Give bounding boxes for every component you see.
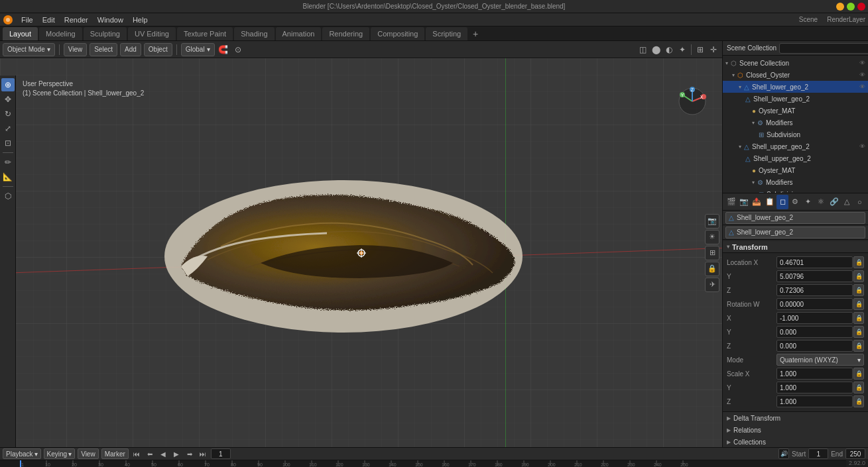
jump-start-btn[interactable]: ⏮ xyxy=(131,448,142,459)
prop-tab-modifier[interactable]: ⚙ xyxy=(790,195,801,209)
collections-header[interactable]: ▶ Collections xyxy=(723,436,868,447)
camera-icon[interactable]: 📷 xyxy=(705,214,719,229)
start-frame-input[interactable]: 1 xyxy=(808,448,828,459)
keying-menu[interactable]: Keying ▾ xyxy=(44,448,76,459)
outline-oyster-mat-1[interactable]: ● Oyster_MAT xyxy=(723,105,868,117)
measure-tool[interactable]: 📐 xyxy=(1,170,15,183)
prop-tab-physics[interactable]: ⚛ xyxy=(816,195,827,209)
tab-modeling[interactable]: Modeling xyxy=(39,27,82,40)
tab-animation[interactable]: Animation xyxy=(276,27,322,40)
prop-tab-render[interactable]: 📷 xyxy=(738,195,749,209)
prop-tab-constraints[interactable]: 🔗 xyxy=(828,195,839,209)
end-frame-input[interactable]: 250 xyxy=(845,448,865,459)
menu-file[interactable]: File xyxy=(17,13,37,26)
prop-tab-data[interactable]: △ xyxy=(841,195,852,209)
transform-header[interactable]: ▾ Transform xyxy=(723,241,868,253)
step-forward-btn[interactable]: ➡ xyxy=(184,448,195,459)
outline-subdivision-1[interactable]: ⊞ Subdivision xyxy=(723,129,868,140)
prop-tab-output[interactable]: 📤 xyxy=(751,195,763,209)
tab-scripting[interactable]: Scripting xyxy=(426,27,467,40)
add-primitive-tool[interactable]: ⬡ xyxy=(1,189,15,203)
tab-uv-editing[interactable]: UV Editing xyxy=(128,27,176,40)
add-menu[interactable]: Add xyxy=(120,43,141,56)
location-x-value[interactable]: 0.46701 xyxy=(776,256,853,268)
cursor-tool[interactable]: ⊕ xyxy=(1,78,15,91)
prop-tab-viewlayer[interactable]: 📋 xyxy=(764,195,775,209)
annotate-tool[interactable]: ✏ xyxy=(1,156,15,169)
grid-icon[interactable]: ⊞ xyxy=(705,246,719,260)
scale-tool[interactable]: ⤢ xyxy=(1,122,15,135)
snap-icon[interactable]: 🧲 xyxy=(217,44,229,56)
object-mode-dropdown[interactable]: Object Mode ▾ xyxy=(3,43,55,56)
rotation-x-value[interactable]: -1.000 xyxy=(776,312,853,324)
prop-tab-scene[interactable]: 🎬 xyxy=(725,195,737,209)
rendered-shading-btn[interactable]: ✦ xyxy=(676,44,688,56)
rotation-w-lock[interactable]: 🔒 xyxy=(853,298,864,310)
select-menu[interactable]: Select xyxy=(90,43,117,56)
rotate-tool[interactable]: ↻ xyxy=(1,107,15,121)
outline-modifiers-1[interactable]: ▾ ⚙ Modifiers xyxy=(723,117,868,129)
object-selector-btn[interactable]: △ Shell_lower_geo_2 xyxy=(725,212,865,224)
outline-oyster-mat-2[interactable]: ● Oyster_MAT xyxy=(723,164,868,176)
maximize-button[interactable] xyxy=(847,3,855,11)
outline-modifiers-2[interactable]: ▾ ⚙ Modifiers xyxy=(723,176,868,188)
rotation-x-lock[interactable]: 🔒 xyxy=(853,312,864,324)
scale-z-value[interactable]: 1.000 xyxy=(776,395,853,407)
proportional-icon[interactable]: ⊙ xyxy=(232,44,244,56)
add-workspace-button[interactable]: + xyxy=(469,27,482,40)
playback-menu[interactable]: Playback ▾ xyxy=(3,448,41,459)
outline-closed-oyster[interactable]: ▾ ⬡ Closed_Oyster 👁 xyxy=(723,69,868,81)
close-button[interactable] xyxy=(857,3,865,11)
tab-compositing[interactable]: Compositing xyxy=(371,27,424,40)
view-menu[interactable]: View xyxy=(64,43,88,56)
menu-window[interactable]: Window xyxy=(93,13,127,26)
move-tool[interactable]: ✥ xyxy=(1,93,15,106)
location-y-lock[interactable]: 🔒 xyxy=(853,270,864,282)
gizmo-toggle[interactable]: ✛ xyxy=(708,44,719,56)
view-menu-tl[interactable]: View xyxy=(78,448,99,459)
rotation-z-lock[interactable]: 🔒 xyxy=(853,340,864,352)
prop-tab-material[interactable]: ○ xyxy=(854,195,865,209)
tab-texture-paint[interactable]: Texture Paint xyxy=(177,27,233,40)
viewport-scene[interactable]: ⊕ ✥ ↻ ⤢ ⊡ ✏ 📐 ⬡ User Perspective (1) Sce… xyxy=(0,58,722,447)
overlay-toggle[interactable]: ⊞ xyxy=(694,44,706,56)
tab-rendering[interactable]: Rendering xyxy=(322,27,369,40)
outline-shell-lower-mesh[interactable]: △ Shell_lower_geo_2 xyxy=(723,93,868,105)
location-z-value[interactable]: 0.72306 xyxy=(776,284,853,296)
scale-x-value[interactable]: 1.000 xyxy=(776,368,853,380)
outliner-search-input[interactable] xyxy=(779,43,868,54)
play-btn[interactable]: ▶ xyxy=(171,448,182,459)
rotation-z-value[interactable]: 0.000 xyxy=(776,340,853,352)
viewport-lock-icon[interactable]: 🔒 xyxy=(705,262,719,276)
rotation-y-lock[interactable]: 🔒 xyxy=(853,326,864,338)
outline-subdivision-2[interactable]: ⊞ Subdivision xyxy=(723,188,868,193)
menu-help[interactable]: Help xyxy=(129,13,152,26)
play-reverse-btn[interactable]: ◀ xyxy=(158,448,168,459)
tab-sculpting[interactable]: Sculpting xyxy=(84,27,127,40)
sun-icon[interactable]: ☀ xyxy=(705,230,719,244)
rotation-w-value[interactable]: 0.00000 xyxy=(776,298,853,310)
audio-mute-btn[interactable]: 🔊 xyxy=(778,448,789,459)
wireframe-shading-btn[interactable]: ◫ xyxy=(637,44,649,56)
rotation-y-value[interactable]: 0.000 xyxy=(776,326,853,338)
scale-x-lock[interactable]: 🔒 xyxy=(853,368,864,380)
scale-y-value[interactable]: 1.000 xyxy=(776,382,853,393)
scale-y-lock[interactable]: 🔒 xyxy=(853,382,864,393)
rotation-mode-select[interactable]: Quaternion (WXYZ) ▾ xyxy=(776,354,864,366)
tab-shading[interactable]: Shading xyxy=(234,27,274,40)
outline-shell-upper-parent[interactable]: ▾ △ Shell_upper_geo_2 👁 xyxy=(723,140,868,152)
object-data-selector-btn[interactable]: △ Shell_lower_geo_2 xyxy=(725,227,865,238)
fly-mode-icon[interactable]: ✈ xyxy=(705,278,719,292)
minimize-button[interactable] xyxy=(836,3,844,11)
timeline-track[interactable]: 1 10 20 30 40 50 60 70 80 90 1 xyxy=(0,460,868,467)
current-frame-input[interactable]: 1 xyxy=(211,448,231,459)
jump-end-btn[interactable]: ⏭ xyxy=(198,448,208,459)
location-y-value[interactable]: 5.00796 xyxy=(776,270,853,282)
solid-shading-btn[interactable]: ⬤ xyxy=(650,44,662,56)
location-z-lock[interactable]: 🔒 xyxy=(853,284,864,296)
relations-header[interactable]: ▶ Relations xyxy=(723,424,868,436)
tab-layout[interactable]: Layout xyxy=(3,27,38,40)
outline-shell-upper-mesh[interactable]: △ Shell_upper_geo_2 xyxy=(723,152,868,164)
location-x-lock[interactable]: 🔒 xyxy=(853,256,864,268)
step-back-btn[interactable]: ⬅ xyxy=(145,448,155,459)
